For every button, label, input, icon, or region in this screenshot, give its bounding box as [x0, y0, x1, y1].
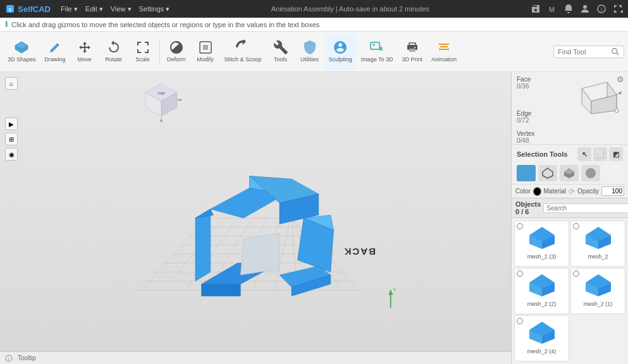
fullscreen-icon[interactable]: [613, 4, 623, 14]
svg-line-15: [617, 52, 619, 55]
face-item: Face 0/36: [517, 76, 534, 90]
3d-print-icon: [405, 40, 420, 55]
opacity-input[interactable]: [601, 186, 624, 196]
select-region-icon[interactable]: ⬜: [593, 147, 607, 161]
object-item-2[interactable]: mesh_2 (2): [514, 268, 569, 314]
find-tool-input[interactable]: [558, 48, 608, 56]
infobar: ℹ Click and drag gizmos to move the sele…: [0, 18, 628, 32]
svg-marker-70: [543, 168, 553, 178]
objects-search-input[interactable]: [543, 203, 628, 213]
object-radio-0[interactable]: [517, 223, 523, 229]
render-modes: [512, 164, 628, 184]
tool-move[interactable]: Move: [71, 34, 99, 70]
opacity-label: Opacity: [577, 188, 599, 195]
tool-sculpting[interactable]: Sculpting: [325, 34, 356, 70]
tools-icon: [273, 40, 288, 55]
logo-text: SelfCAD: [18, 4, 51, 14]
color-swatch[interactable]: [533, 187, 541, 196]
tool-image-to-3d-label: Image To 3D: [361, 56, 393, 63]
render-smooth-icon[interactable]: [581, 165, 600, 181]
3d-scene-svg: BACK Y: [72, 98, 439, 338]
object-name-4: mesh_2 (4): [527, 348, 557, 355]
object-radio-1[interactable]: [573, 223, 579, 229]
scene-wrap: BACK Y: [0, 72, 511, 364]
objects-grid: mesh_2 (3) mesh_2 mesh: [512, 218, 628, 364]
rotate-icon: [106, 40, 121, 55]
topbar-icons: M i: [531, 4, 623, 14]
svg-point-10: [372, 44, 375, 46]
bell-icon[interactable]: [563, 4, 574, 14]
menu-file[interactable]: File ▾: [61, 5, 78, 13]
svg-point-73: [586, 168, 596, 178]
tool-image-to-3d[interactable]: Image To 3D: [357, 34, 397, 70]
stitch-scoop-icon: [235, 40, 250, 55]
svg-text:M: M: [549, 6, 555, 13]
object-thumb-1: [579, 224, 617, 252]
svg-marker-45: [202, 284, 241, 296]
tool-animation[interactable]: Animation: [428, 34, 460, 70]
top-menus: File ▾ Edit ▾ View ▾ Settings ▾: [61, 5, 169, 13]
menu-view[interactable]: View ▾: [111, 5, 132, 13]
tool-tools-label: Tools: [274, 56, 287, 63]
scale-icon: [135, 40, 151, 55]
object-radio-3[interactable]: [573, 270, 579, 277]
menu-edit[interactable]: Edit ▾: [85, 5, 103, 13]
face-label: Face: [517, 76, 531, 83]
object-item-4[interactable]: mesh_2 (4): [514, 315, 569, 361]
drawing-icon: [47, 40, 63, 55]
object-item-0[interactable]: mesh_2 (3): [514, 221, 569, 267]
user-icon[interactable]: [580, 4, 590, 14]
render-solid-icon[interactable]: [517, 165, 536, 181]
svg-marker-58: [388, 290, 393, 295]
objects-title: Objects 0 / 6: [515, 200, 541, 215]
object-radio-2[interactable]: [517, 270, 523, 277]
select-arrow-icon[interactable]: ↖: [577, 147, 591, 161]
tool-modify[interactable]: Modify: [192, 34, 219, 70]
tool-3d-print[interactable]: 3D Print: [398, 34, 427, 70]
object-thumb-0: [523, 224, 561, 252]
menu-settings[interactable]: Settings ▾: [139, 5, 170, 13]
tool-scale-label: Scale: [135, 56, 150, 63]
tooltip-icon: i: [5, 355, 13, 362]
fev-labels: Face 0/36 Edge 0/72 Vertex 0/48: [517, 76, 534, 144]
tool-3d-print-label: 3D Print: [402, 56, 423, 63]
render-wireframe-icon[interactable]: [538, 165, 557, 181]
tool-rotate[interactable]: Rotate: [100, 34, 128, 70]
logo: S SelfCAD: [5, 4, 51, 14]
svg-marker-67: [619, 91, 622, 95]
object-name-3: mesh_2 (1): [584, 301, 613, 307]
render-texture-icon[interactable]: [560, 165, 579, 181]
sculpting-icon: [333, 40, 348, 55]
tool-scale[interactable]: Scale: [129, 34, 157, 70]
gear-icon[interactable]: ⚙: [617, 75, 624, 84]
tool-stitch-scoop[interactable]: Stitch & Scoop: [221, 34, 266, 70]
viewport[interactable]: ⌂ ▶ ⊞ ◉ TOP: [0, 72, 511, 364]
tool-deform[interactable]: Deform: [163, 34, 190, 70]
svg-marker-47: [195, 209, 214, 218]
edge-label: Edge: [517, 110, 531, 117]
selection-tools-label: Selection Tools: [517, 150, 567, 158]
save-icon[interactable]: [531, 4, 541, 14]
object-thumb-4: [523, 318, 561, 347]
svg-point-68: [615, 109, 619, 112]
svg-point-13: [414, 47, 416, 48]
main-area: ⌂ ▶ ⊞ ◉ TOP: [0, 72, 628, 364]
object-thumb-2: [523, 271, 561, 300]
select-paint-icon[interactable]: ◩: [609, 147, 623, 161]
tool-utilities[interactable]: Utilities: [296, 34, 324, 70]
tool-modify-label: Modify: [197, 56, 214, 63]
m-icon[interactable]: M: [547, 4, 557, 14]
right-panel: Face 0/36 Edge 0/72 Vertex 0/48: [511, 72, 628, 364]
info-icon[interactable]: i: [596, 4, 606, 14]
find-tool-search-icon[interactable]: [611, 47, 620, 56]
object-thumb-3: [579, 271, 617, 300]
objects-header: Objects 0 / 6 ⚙: [512, 198, 628, 218]
object-item-3[interactable]: mesh_2 (1): [570, 268, 625, 314]
modify-icon: [198, 40, 213, 55]
find-tool-wrap: [553, 46, 624, 58]
object-item-1[interactable]: mesh_2: [570, 221, 625, 267]
tool-tools[interactable]: Tools: [267, 34, 295, 70]
tool-3d-shapes[interactable]: 3D Shapes: [4, 34, 40, 70]
tool-drawing[interactable]: Drawing: [41, 34, 70, 70]
object-radio-4[interactable]: [517, 318, 523, 324]
